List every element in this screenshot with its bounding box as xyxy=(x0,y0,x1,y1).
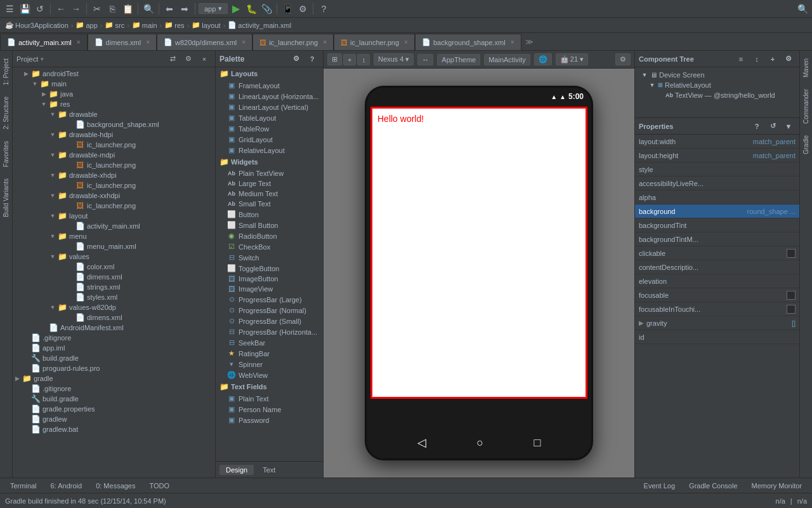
palette-item-large-text[interactable]: Ab Large Text xyxy=(216,178,323,189)
sort-icon[interactable]: ≡ xyxy=(734,52,748,66)
tree-item-gradlew-bat[interactable]: 📄 gradlew.bat xyxy=(13,424,215,434)
tree-item-drawable-mdpi[interactable]: ▼ 📁 drawable-mdpi xyxy=(13,150,215,160)
tree-item-root-gitignore[interactable]: 📄 .gitignore xyxy=(13,384,215,394)
tree-item-drawable[interactable]: ▼ 📁 drawable xyxy=(13,109,215,119)
breadcrumb-label-4[interactable]: res xyxy=(174,22,184,29)
prop-row-accessibility[interactable]: accessibilityLiveRe... xyxy=(635,177,799,190)
palette-item-small-button[interactable]: ⬜ Small Button xyxy=(216,220,323,231)
prop-row-id[interactable]: id xyxy=(635,330,799,344)
side-tab-commander[interactable]: Commander xyxy=(801,84,811,129)
prop-row-elevation[interactable]: elevation xyxy=(635,274,799,288)
palette-item-seekbar[interactable]: ⊟ SeekBar xyxy=(216,337,323,348)
help-icon[interactable]: ? xyxy=(317,2,331,16)
canvas-settings-icon[interactable]: ⚙ xyxy=(615,53,631,65)
tree-item-menu-main[interactable]: 📄 menu_main.xml xyxy=(13,241,215,251)
palette-item-small-text[interactable]: Ab Small Text xyxy=(216,199,323,209)
prop-row-background-tint[interactable]: backgroundTint xyxy=(635,218,799,232)
side-tab-build-variants[interactable]: Build Variants xyxy=(1,173,11,222)
side-tab-favorites[interactable]: Favorites xyxy=(1,136,11,172)
settings-icon[interactable]: ⚙ xyxy=(296,2,310,16)
breadcrumb-main[interactable]: 📁 main xyxy=(132,21,157,29)
theme-selector[interactable]: AppTheme xyxy=(437,54,480,65)
sync-tree-icon[interactable]: ⇄ xyxy=(166,52,180,66)
tree-item-ic-mdpi[interactable]: 🖼 ic_launcher.png xyxy=(13,160,215,170)
palette-item-radiobutton[interactable]: ◉ RadioButton xyxy=(216,231,323,241)
zoom-box-icon[interactable]: ⊞ xyxy=(327,53,342,65)
tree-item-java[interactable]: ▶ 📁 java xyxy=(13,89,215,99)
design-tab[interactable]: Design xyxy=(219,465,254,475)
app-selector[interactable]: app ▾ xyxy=(199,3,228,14)
props-help-icon[interactable]: ? xyxy=(750,119,764,133)
comp-tree-settings-icon[interactable]: ⚙ xyxy=(782,52,796,66)
palette-item-person-name[interactable]: ▣ Person Name xyxy=(216,404,323,415)
prop-row-alpha[interactable]: alpha xyxy=(635,190,799,204)
tab-activity-main[interactable]: 📄 activity_main.xml × xyxy=(0,34,88,50)
tree-item-manifest[interactable]: 📄 AndroidManifest.xml xyxy=(13,323,215,333)
expand-icon[interactable]: ▶ xyxy=(639,319,644,326)
palette-item-framelayout[interactable]: ▣ FrameLayout xyxy=(216,80,323,91)
recents-btn[interactable]: □ xyxy=(534,436,541,450)
tree-item-app-iml[interactable]: 📄 app.iml xyxy=(13,343,215,353)
close-sidebar-icon[interactable]: × xyxy=(197,52,211,66)
palette-item-medium-text[interactable]: Ab Medium Text xyxy=(216,189,323,199)
palette-item-password[interactable]: ▣ Password xyxy=(216,415,323,425)
prop-row-content-desc[interactable]: contentDescriptio... xyxy=(635,260,799,274)
rotate-icon[interactable]: ↔ xyxy=(417,54,433,65)
breadcrumb-file[interactable]: 📄 activity_main.xml xyxy=(228,21,291,29)
tree-item-build-gradle[interactable]: 🔧 build.gradle xyxy=(13,353,215,363)
terminal-tab[interactable]: Terminal xyxy=(4,481,43,491)
palette-item-spinner[interactable]: ▾ Spinner xyxy=(216,359,323,370)
back-icon[interactable]: ⬅ xyxy=(162,2,176,16)
home-btn[interactable]: ○ xyxy=(476,436,483,450)
paste-icon[interactable]: 📋 xyxy=(121,2,134,16)
locale-selector[interactable]: 🌐 xyxy=(534,53,552,65)
prop-checkbox[interactable] xyxy=(787,291,796,300)
tab-close-2[interactable]: × xyxy=(242,39,246,46)
palette-item-tablelayout[interactable]: ▣ TableLayout xyxy=(216,112,323,123)
palette-item-webview[interactable]: 🌐 WebView xyxy=(216,370,323,380)
tree-item-strings[interactable]: 📄 strings.xml xyxy=(13,282,215,292)
tab-dimens[interactable]: 📄 dimens.xml × xyxy=(88,34,157,50)
zoom-in-icon[interactable]: + xyxy=(343,54,356,65)
palette-help-icon[interactable]: ? xyxy=(305,52,319,66)
prop-row-focusable[interactable]: focusable xyxy=(635,288,799,302)
prop-row-background-tint-m[interactable]: backgroundTintM... xyxy=(635,232,799,246)
device-selector[interactable]: Nexus 4 ▾ xyxy=(374,53,414,65)
props-filter-icon[interactable]: ▼ xyxy=(782,119,796,133)
palette-item-gridlayout[interactable]: ▣ GridLayout xyxy=(216,134,323,145)
tree-item-color[interactable]: 📄 color.xml xyxy=(13,262,215,272)
tree-item-gradle-props[interactable]: 📄 gradle.properties xyxy=(13,404,215,414)
breadcrumb-res[interactable]: 📁 res xyxy=(164,21,184,29)
tree-item-root-build-gradle[interactable]: 🔧 build.gradle xyxy=(13,394,215,404)
tree-item-gitignore[interactable]: 📄 .gitignore xyxy=(13,333,215,343)
tree-item-drawable-xhdpi[interactable]: ▼ 📁 drawable-xhdpi xyxy=(13,170,215,180)
side-tab-gradle[interactable]: Gradle xyxy=(801,130,811,159)
tree-item-styles[interactable]: 📄 styles.xml xyxy=(13,292,215,302)
prop-checkbox[interactable] xyxy=(787,305,796,314)
todo-tab[interactable]: TODO xyxy=(143,481,176,491)
prop-row-background[interactable]: background round_shape ... xyxy=(635,204,799,218)
tree-item-ic-xxhdpi[interactable]: 🖼 ic_launcher.png xyxy=(13,201,215,211)
palette-item-linearlayout-h[interactable]: ▣ LinearLayout (Horizonta... xyxy=(216,91,323,102)
palette-item-togglebutton[interactable]: ⬜ ToggleButton xyxy=(216,263,323,274)
cut-icon[interactable]: ✂ xyxy=(90,2,104,16)
palette-item-switch[interactable]: ⊟ Switch xyxy=(216,252,323,263)
tree-item-drawable-hdpi[interactable]: ▼ 📁 drawable-hdpi xyxy=(13,130,215,140)
tree-item-menu[interactable]: ▼ 📁 menu xyxy=(13,231,215,241)
breadcrumb-label-3[interactable]: main xyxy=(142,22,157,29)
messages-tab[interactable]: 0: Messages xyxy=(89,481,141,491)
expand-all-icon[interactable]: ↕ xyxy=(750,52,764,66)
props-refresh-icon[interactable]: ↺ xyxy=(766,119,780,133)
tab-ic-launcher-1[interactable]: 🖼 ic_launcher.png × xyxy=(252,34,334,50)
prop-ellipsis-icon[interactable]: ... xyxy=(790,208,796,215)
prop-checkbox[interactable] xyxy=(787,249,796,258)
palette-item-progressbar-large[interactable]: ⊙ ProgressBar (Large) xyxy=(216,294,323,305)
palette-group-textfields[interactable]: 📁 Text Fields xyxy=(216,380,323,393)
add-component-icon[interactable]: + xyxy=(766,52,780,66)
breadcrumb-layout[interactable]: 📁 layout xyxy=(192,21,220,29)
dropdown-arrow[interactable]: ▾ xyxy=(41,56,44,62)
side-tab-structure[interactable]: 2: Structure xyxy=(1,91,11,135)
side-tab-project[interactable]: 1: Project xyxy=(1,53,11,90)
tab-close-4[interactable]: × xyxy=(404,39,408,46)
breadcrumb-label-1[interactable]: app xyxy=(86,22,97,29)
